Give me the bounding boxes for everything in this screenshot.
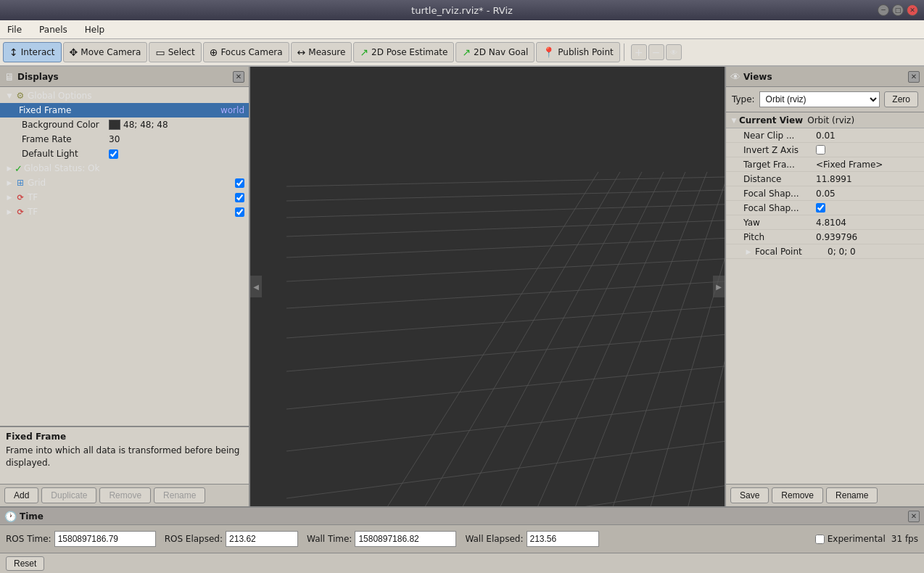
wall-elapsed-label: Wall Elapsed: <box>465 534 523 544</box>
focal-point-expand[interactable]: ▶ <box>743 247 754 257</box>
views-panel-close[interactable]: ✕ <box>908 71 920 83</box>
move-camera-icon: ✥ <box>70 46 78 58</box>
description-box: Fixed Frame Frame into which all data is… <box>0 426 249 484</box>
reset-button[interactable]: Reset <box>6 556 44 571</box>
publish-point-icon: 📍 <box>543 46 555 58</box>
wall-time-label: Wall Time: <box>307 534 352 544</box>
time-panel-close[interactable]: ✕ <box>908 511 920 522</box>
description-text: Frame into which all data is transformed… <box>6 445 243 469</box>
wall-time-input[interactable]: 1580897186.82 <box>355 531 456 547</box>
measure-button[interactable]: ↔ Measure <box>291 42 352 62</box>
menu-file[interactable]: File <box>4 23 25 36</box>
tf-item-2[interactable]: ▶ ⟳ TF <box>0 205 249 219</box>
select-button[interactable]: ▭ Select <box>149 42 201 62</box>
rename-button[interactable]: Rename <box>154 487 205 503</box>
menu-panels[interactable]: Panels <box>36 23 70 36</box>
current-view-expand[interactable]: ▼ <box>729 115 739 125</box>
displays-panel-close[interactable]: ✕ <box>233 71 244 83</box>
minimize-button[interactable]: ─ <box>878 4 889 16</box>
tf1-checkbox[interactable] <box>235 193 244 202</box>
maximize-button[interactable]: □ <box>892 4 904 16</box>
focus-camera-button[interactable]: ⊕ Focus Camera <box>203 42 289 62</box>
tf2-checkbox[interactable] <box>235 207 244 217</box>
zoom-out-button[interactable]: − <box>648 44 664 60</box>
displays-panel-icon: 🖥 <box>4 71 15 83</box>
duplicate-button[interactable]: Duplicate <box>41 487 96 503</box>
global-options-icon: ⚙ <box>15 90 26 102</box>
wall-elapsed-input[interactable]: 213.56 <box>527 531 599 547</box>
viewport[interactable]: ◀ ▶ <box>250 67 725 506</box>
grid-icon: ⊞ <box>15 177 26 189</box>
zero-button[interactable]: Zero <box>884 91 918 107</box>
experimental-checkbox[interactable] <box>815 535 825 544</box>
invert-z-checkbox[interactable] <box>816 145 825 154</box>
global-status-label: Global Status: Ok <box>22 163 247 173</box>
menu-bar: File Panels Help <box>0 20 924 39</box>
views-buttons: Save Remove Rename <box>726 484 924 506</box>
views-panel: 👁 Views ✕ Type: Orbit (rviz) Zero ▼ Curr… <box>725 67 924 506</box>
tf2-icon: ⟳ <box>15 206 26 218</box>
default-light-label: Default Light <box>22 149 109 159</box>
focal-shape-fixed-checkbox[interactable] <box>816 203 825 213</box>
views-remove-button[interactable]: Remove <box>772 487 823 503</box>
background-color-swatch[interactable] <box>109 120 120 130</box>
interact-button[interactable]: ↕ Interact <box>3 42 62 62</box>
pose-estimate-icon: ↗ <box>360 46 368 58</box>
pitch-row: Pitch 0.939796 <box>726 230 924 244</box>
distance-value: 11.8991 <box>816 174 852 184</box>
frame-rate-value: 30 <box>109 134 120 144</box>
target-frame-value: <Fixed Frame> <box>816 160 883 170</box>
global-options-item[interactable]: ▼ ⚙ Global Options <box>0 88 249 103</box>
time-panel-title: Time <box>20 511 44 522</box>
svg-rect-0 <box>250 67 725 506</box>
focal-point-row: ▶ Focal Point 0; 0; 0 <box>726 244 924 259</box>
focal-shape-fixed-row: Focal Shap... <box>726 201 924 215</box>
default-light-checkbox[interactable] <box>109 149 118 159</box>
move-camera-button[interactable]: ✥ Move Camera <box>63 42 148 62</box>
views-panel-header: 👁 Views ✕ <box>726 67 924 87</box>
nav-goal-button[interactable]: ↗ 2D Nav Goal <box>455 42 535 62</box>
background-color-row: Background Color 48; 48; 48 <box>0 118 249 132</box>
viewport-arrow-right[interactable]: ▶ <box>713 276 725 297</box>
pose-estimate-button[interactable]: ↗ 2D Pose Estimate <box>353 42 454 62</box>
add-button[interactable]: Add <box>4 487 38 503</box>
ros-time-label: ROS Time: <box>6 534 51 544</box>
tf-item-1[interactable]: ▶ ⟳ TF <box>0 190 249 205</box>
grid-item[interactable]: ▶ ⊞ Grid <box>0 176 249 190</box>
time-panel-header: 🕐 Time ✕ <box>0 508 924 525</box>
window-title: turtle_rviz.rviz* - RViz <box>411 5 513 16</box>
global-status-expand[interactable]: ▶ <box>4 163 15 173</box>
focal-shape-fixed-label: Focal Shap... <box>743 203 816 213</box>
viewport-arrow-left[interactable]: ◀ <box>250 276 262 297</box>
toolbar-separator <box>624 44 624 61</box>
ros-time-input[interactable]: 1580897186.79 <box>54 531 156 547</box>
remove-button[interactable]: Remove <box>99 487 151 503</box>
zoom-options-button[interactable]: 👁 <box>666 44 682 60</box>
grid-checkbox[interactable] <box>235 178 244 188</box>
ros-elapsed-input[interactable]: 213.62 <box>226 531 298 547</box>
displays-panel-title: Displays <box>17 72 59 82</box>
global-options-expand[interactable]: ▼ <box>4 91 15 101</box>
global-status-item[interactable]: ▶ ✓ Global Status: Ok <box>0 161 249 176</box>
target-frame-row: Target Fra... <Fixed Frame> <box>726 157 924 172</box>
fixed-frame-item[interactable]: Fixed Frame world <box>0 103 249 118</box>
menu-help[interactable]: Help <box>82 23 107 36</box>
views-rename-button[interactable]: Rename <box>826 487 878 503</box>
experimental-label: Experimental <box>828 534 886 544</box>
tf2-expand[interactable]: ▶ <box>4 207 15 217</box>
publish-point-button[interactable]: 📍 Publish Point <box>536 42 619 62</box>
views-save-button[interactable]: Save <box>730 487 769 503</box>
views-tree: ▼ Current View Orbit (rviz) Near Clip ..… <box>726 112 924 484</box>
tf2-label: TF <box>26 207 235 217</box>
pitch-label: Pitch <box>743 232 816 242</box>
close-button[interactable]: ✕ <box>907 4 918 16</box>
views-panel-title: Views <box>743 72 772 82</box>
frame-rate-row: Frame Rate 30 <box>0 132 249 147</box>
zoom-in-button[interactable]: + <box>631 44 647 60</box>
grid-expand[interactable]: ▶ <box>4 178 15 188</box>
views-type-select[interactable]: Orbit (rviz) <box>759 91 880 107</box>
main-content: 🖥 Displays ✕ ▼ ⚙ Global Options Fixed Fr… <box>0 67 924 506</box>
tf1-expand[interactable]: ▶ <box>4 192 15 202</box>
focal-shape-size-label: Focal Shap... <box>743 189 816 199</box>
current-view-header[interactable]: ▼ Current View Orbit (rviz) <box>726 112 924 128</box>
